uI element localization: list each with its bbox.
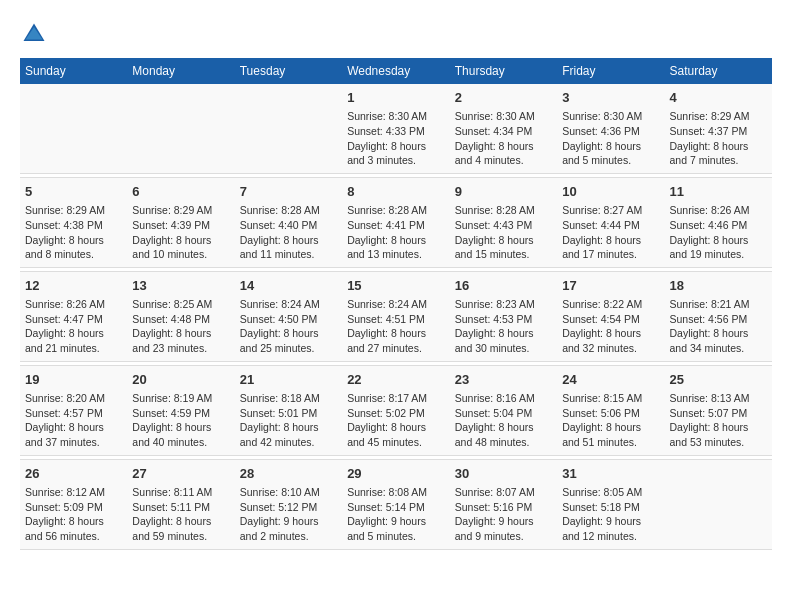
day-number: 16 [455, 277, 552, 295]
calendar-day: 23Sunrise: 8:16 AM Sunset: 5:04 PM Dayli… [450, 365, 557, 455]
day-info: Sunrise: 8:29 AM Sunset: 4:37 PM Dayligh… [670, 109, 767, 168]
calendar-day: 17Sunrise: 8:22 AM Sunset: 4:54 PM Dayli… [557, 271, 664, 361]
logo-icon [20, 20, 48, 48]
calendar-week-5: 26Sunrise: 8:12 AM Sunset: 5:09 PM Dayli… [20, 459, 772, 549]
day-number: 30 [455, 465, 552, 483]
day-info: Sunrise: 8:28 AM Sunset: 4:41 PM Dayligh… [347, 203, 445, 262]
day-number: 24 [562, 371, 659, 389]
calendar-header: SundayMondayTuesdayWednesdayThursdayFrid… [20, 58, 772, 84]
header-cell-wednesday: Wednesday [342, 58, 450, 84]
day-info: Sunrise: 8:24 AM Sunset: 4:51 PM Dayligh… [347, 297, 445, 356]
calendar-day: 19Sunrise: 8:20 AM Sunset: 4:57 PM Dayli… [20, 365, 127, 455]
day-number: 5 [25, 183, 122, 201]
calendar-day [235, 84, 342, 173]
day-info: Sunrise: 8:08 AM Sunset: 5:14 PM Dayligh… [347, 485, 445, 544]
day-number: 6 [132, 183, 229, 201]
calendar-day: 6Sunrise: 8:29 AM Sunset: 4:39 PM Daylig… [127, 177, 234, 267]
day-number: 19 [25, 371, 122, 389]
calendar-day: 20Sunrise: 8:19 AM Sunset: 4:59 PM Dayli… [127, 365, 234, 455]
calendar-day: 10Sunrise: 8:27 AM Sunset: 4:44 PM Dayli… [557, 177, 664, 267]
calendar-week-1: 1Sunrise: 8:30 AM Sunset: 4:33 PM Daylig… [20, 84, 772, 173]
calendar-day: 24Sunrise: 8:15 AM Sunset: 5:06 PM Dayli… [557, 365, 664, 455]
day-number: 27 [132, 465, 229, 483]
day-info: Sunrise: 8:30 AM Sunset: 4:36 PM Dayligh… [562, 109, 659, 168]
day-info: Sunrise: 8:10 AM Sunset: 5:12 PM Dayligh… [240, 485, 337, 544]
day-number: 18 [670, 277, 767, 295]
day-info: Sunrise: 8:21 AM Sunset: 4:56 PM Dayligh… [670, 297, 767, 356]
header-cell-thursday: Thursday [450, 58, 557, 84]
calendar-day [665, 459, 772, 549]
day-number: 4 [670, 89, 767, 107]
day-info: Sunrise: 8:24 AM Sunset: 4:50 PM Dayligh… [240, 297, 337, 356]
header-cell-saturday: Saturday [665, 58, 772, 84]
day-info: Sunrise: 8:11 AM Sunset: 5:11 PM Dayligh… [132, 485, 229, 544]
day-number: 1 [347, 89, 445, 107]
day-info: Sunrise: 8:28 AM Sunset: 4:43 PM Dayligh… [455, 203, 552, 262]
day-info: Sunrise: 8:07 AM Sunset: 5:16 PM Dayligh… [455, 485, 552, 544]
day-number: 20 [132, 371, 229, 389]
calendar-day: 27Sunrise: 8:11 AM Sunset: 5:11 PM Dayli… [127, 459, 234, 549]
calendar-day: 11Sunrise: 8:26 AM Sunset: 4:46 PM Dayli… [665, 177, 772, 267]
calendar-day: 12Sunrise: 8:26 AM Sunset: 4:47 PM Dayli… [20, 271, 127, 361]
day-number: 23 [455, 371, 552, 389]
calendar-day: 22Sunrise: 8:17 AM Sunset: 5:02 PM Dayli… [342, 365, 450, 455]
calendar-day: 28Sunrise: 8:10 AM Sunset: 5:12 PM Dayli… [235, 459, 342, 549]
calendar-day [127, 84, 234, 173]
day-info: Sunrise: 8:25 AM Sunset: 4:48 PM Dayligh… [132, 297, 229, 356]
calendar-day: 3Sunrise: 8:30 AM Sunset: 4:36 PM Daylig… [557, 84, 664, 173]
calendar-day: 16Sunrise: 8:23 AM Sunset: 4:53 PM Dayli… [450, 271, 557, 361]
calendar-day: 30Sunrise: 8:07 AM Sunset: 5:16 PM Dayli… [450, 459, 557, 549]
day-number: 13 [132, 277, 229, 295]
day-number: 14 [240, 277, 337, 295]
day-number: 31 [562, 465, 659, 483]
calendar-week-3: 12Sunrise: 8:26 AM Sunset: 4:47 PM Dayli… [20, 271, 772, 361]
day-number: 17 [562, 277, 659, 295]
calendar-day: 8Sunrise: 8:28 AM Sunset: 4:41 PM Daylig… [342, 177, 450, 267]
day-number: 25 [670, 371, 767, 389]
calendar-day: 29Sunrise: 8:08 AM Sunset: 5:14 PM Dayli… [342, 459, 450, 549]
calendar-week-2: 5Sunrise: 8:29 AM Sunset: 4:38 PM Daylig… [20, 177, 772, 267]
day-info: Sunrise: 8:29 AM Sunset: 4:39 PM Dayligh… [132, 203, 229, 262]
day-info: Sunrise: 8:13 AM Sunset: 5:07 PM Dayligh… [670, 391, 767, 450]
calendar-day: 4Sunrise: 8:29 AM Sunset: 4:37 PM Daylig… [665, 84, 772, 173]
calendar-week-4: 19Sunrise: 8:20 AM Sunset: 4:57 PM Dayli… [20, 365, 772, 455]
day-number: 3 [562, 89, 659, 107]
day-info: Sunrise: 8:26 AM Sunset: 4:47 PM Dayligh… [25, 297, 122, 356]
calendar-day: 9Sunrise: 8:28 AM Sunset: 4:43 PM Daylig… [450, 177, 557, 267]
day-number: 29 [347, 465, 445, 483]
day-number: 12 [25, 277, 122, 295]
day-info: Sunrise: 8:28 AM Sunset: 4:40 PM Dayligh… [240, 203, 337, 262]
day-number: 21 [240, 371, 337, 389]
calendar-day: 15Sunrise: 8:24 AM Sunset: 4:51 PM Dayli… [342, 271, 450, 361]
calendar-day: 1Sunrise: 8:30 AM Sunset: 4:33 PM Daylig… [342, 84, 450, 173]
calendar-day: 5Sunrise: 8:29 AM Sunset: 4:38 PM Daylig… [20, 177, 127, 267]
day-info: Sunrise: 8:30 AM Sunset: 4:33 PM Dayligh… [347, 109, 445, 168]
day-info: Sunrise: 8:27 AM Sunset: 4:44 PM Dayligh… [562, 203, 659, 262]
calendar-day [20, 84, 127, 173]
day-number: 7 [240, 183, 337, 201]
day-info: Sunrise: 8:12 AM Sunset: 5:09 PM Dayligh… [25, 485, 122, 544]
calendar-day: 21Sunrise: 8:18 AM Sunset: 5:01 PM Dayli… [235, 365, 342, 455]
day-number: 22 [347, 371, 445, 389]
day-info: Sunrise: 8:17 AM Sunset: 5:02 PM Dayligh… [347, 391, 445, 450]
day-info: Sunrise: 8:30 AM Sunset: 4:34 PM Dayligh… [455, 109, 552, 168]
day-number: 2 [455, 89, 552, 107]
day-number: 9 [455, 183, 552, 201]
day-info: Sunrise: 8:29 AM Sunset: 4:38 PM Dayligh… [25, 203, 122, 262]
day-number: 15 [347, 277, 445, 295]
day-info: Sunrise: 8:15 AM Sunset: 5:06 PM Dayligh… [562, 391, 659, 450]
calendar-day: 7Sunrise: 8:28 AM Sunset: 4:40 PM Daylig… [235, 177, 342, 267]
header-cell-friday: Friday [557, 58, 664, 84]
day-info: Sunrise: 8:19 AM Sunset: 4:59 PM Dayligh… [132, 391, 229, 450]
header-cell-sunday: Sunday [20, 58, 127, 84]
header-cell-monday: Monday [127, 58, 234, 84]
day-number: 8 [347, 183, 445, 201]
page-header [20, 20, 772, 48]
day-info: Sunrise: 8:16 AM Sunset: 5:04 PM Dayligh… [455, 391, 552, 450]
day-info: Sunrise: 8:23 AM Sunset: 4:53 PM Dayligh… [455, 297, 552, 356]
day-number: 28 [240, 465, 337, 483]
calendar-body: 1Sunrise: 8:30 AM Sunset: 4:33 PM Daylig… [20, 84, 772, 549]
day-info: Sunrise: 8:18 AM Sunset: 5:01 PM Dayligh… [240, 391, 337, 450]
day-number: 26 [25, 465, 122, 483]
calendar-day: 31Sunrise: 8:05 AM Sunset: 5:18 PM Dayli… [557, 459, 664, 549]
